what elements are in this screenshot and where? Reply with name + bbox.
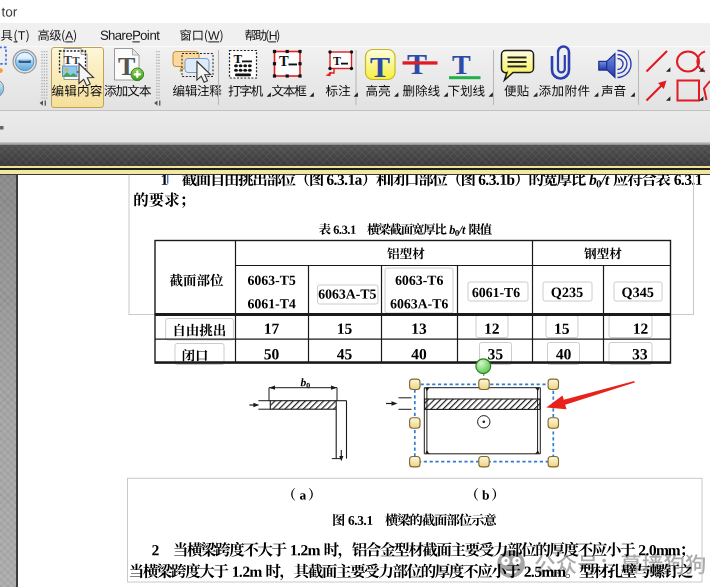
- svg-text:T: T: [279, 53, 289, 69]
- svg-text:T: T: [333, 54, 341, 68]
- svg-text:T: T: [234, 51, 243, 66]
- svg-text:T: T: [452, 49, 471, 80]
- svg-text:T: T: [64, 52, 73, 67]
- svg-text:T: T: [370, 50, 390, 83]
